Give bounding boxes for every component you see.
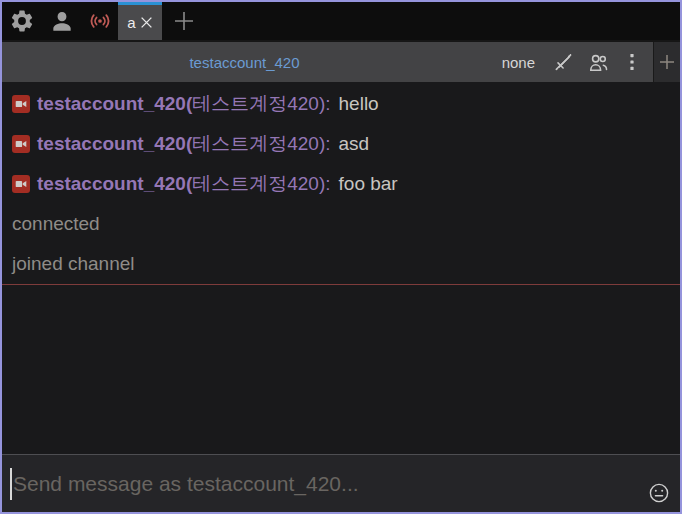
broadcast-icon	[87, 8, 113, 34]
split-menu-button[interactable]	[615, 46, 649, 78]
chat-message[interactable]: testaccount_420(테스트계정420): asd	[2, 124, 680, 164]
split-header-buttons: none	[502, 42, 649, 82]
emote-picker-button[interactable]	[646, 480, 672, 506]
live-status-button[interactable]	[82, 2, 118, 40]
chat-message-area[interactable]: testaccount_420(테스트계정420): hello testacc…	[2, 82, 680, 454]
chat-message[interactable]: testaccount_420(테스트계정420): hello	[2, 84, 680, 124]
settings-button[interactable]	[2, 2, 42, 40]
message-text: asd	[339, 133, 370, 155]
tab-close-icon[interactable]	[140, 14, 153, 29]
system-message-text: connected	[12, 213, 100, 235]
tab-label: a	[127, 13, 135, 30]
chat-window: a testaccount_420 none	[0, 0, 682, 514]
moderation-mode-button[interactable]	[547, 46, 581, 78]
person-icon	[49, 8, 75, 34]
tab-a[interactable]: a	[118, 2, 162, 40]
smiley-face-icon	[647, 481, 671, 505]
message-username[interactable]: testaccount_420(테스트계정420):	[37, 91, 331, 117]
accounts-button[interactable]	[42, 2, 82, 40]
broadcaster-badge-icon	[12, 135, 30, 153]
message-list: testaccount_420(테스트계정420): hello testacc…	[2, 84, 680, 284]
message-input[interactable]: Send message as testaccount_420...	[2, 454, 680, 512]
system-message: joined channel	[2, 244, 680, 284]
message-username[interactable]: testaccount_420(테스트계정420):	[37, 131, 331, 157]
add-split-button[interactable]	[653, 42, 680, 82]
input-placeholder: Send message as testaccount_420...	[13, 472, 359, 496]
tab-bar: a	[2, 2, 680, 40]
gear-icon	[9, 8, 35, 34]
system-message: connected	[2, 204, 680, 244]
tab-active-indicator	[118, 2, 162, 5]
plus-icon	[173, 10, 195, 32]
split-header-main[interactable]: testaccount_420 none	[2, 42, 653, 82]
message-username[interactable]: testaccount_420(테스트계정420):	[37, 171, 331, 197]
chat-mode-label[interactable]: none	[502, 54, 535, 71]
sword-icon	[552, 50, 576, 74]
broadcaster-badge-icon	[12, 95, 30, 113]
viewer-list-button[interactable]	[581, 46, 615, 78]
new-tab-button[interactable]	[162, 2, 206, 40]
message-text: hello	[339, 93, 379, 115]
message-text: foo bar	[339, 173, 398, 195]
plus-icon	[657, 52, 677, 72]
broadcaster-badge-icon	[12, 175, 30, 193]
text-caret	[10, 468, 12, 500]
system-message-text: joined channel	[12, 253, 135, 275]
vertical-dots-icon	[623, 51, 641, 73]
split-header: testaccount_420 none	[2, 40, 680, 82]
channel-title: testaccount_420	[2, 42, 487, 82]
people-icon	[586, 50, 611, 75]
chat-message[interactable]: testaccount_420(테스트계정420): foo bar	[2, 164, 680, 204]
last-read-line	[2, 284, 680, 285]
